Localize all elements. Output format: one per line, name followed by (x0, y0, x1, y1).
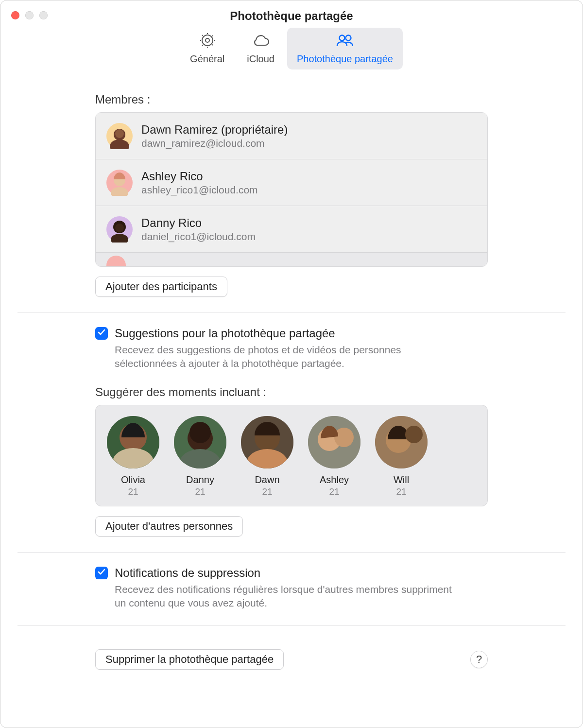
checkmark-icon (97, 328, 106, 339)
person-card[interactable]: Danny 21 (173, 416, 227, 497)
divider (17, 312, 566, 313)
svg-point-2 (339, 35, 344, 41)
member-email: ashley_rico1@icloud.com (141, 184, 258, 196)
suggestions-checkbox[interactable] (95, 327, 108, 340)
member-name: Ashley Rico (141, 170, 258, 183)
avatar (106, 256, 126, 267)
member-email: dawn_ramirez@icloud.com (141, 138, 288, 149)
window-controls (11, 11, 48, 19)
person-name: Dawn (255, 474, 279, 485)
footer: Supprimer la photothèque partagée ? (95, 640, 488, 670)
suggested-people-box: Olivia 21 Danny 21 Dawn 21 (95, 405, 488, 506)
cloud-icon (250, 32, 272, 52)
preferences-window: Photothèque partagée Général iCloud (0, 0, 583, 728)
tab-general[interactable]: Général (180, 28, 234, 69)
svg-point-0 (202, 35, 213, 46)
close-window-button[interactable] (11, 11, 19, 19)
member-email: daniel_rico1@icloud.com (141, 231, 256, 243)
person-name: Ashley (320, 474, 349, 485)
person-count: 21 (195, 486, 205, 497)
window-title: Photothèque partagée (0, 0, 583, 23)
person-name: Danny (186, 474, 214, 485)
add-people-button[interactable]: Ajouter d'autres personnes (95, 516, 243, 537)
member-info: Ashley Rico ashley_rico1@icloud.com (141, 170, 258, 196)
suggestions-group: Suggestions pour la photothèque partagée… (95, 327, 488, 371)
person-photo (241, 416, 293, 468)
member-name: Danny Rico (141, 216, 256, 230)
members-label: Membres : (95, 93, 488, 106)
person-name: Olivia (121, 474, 145, 485)
member-row[interactable]: Ashley Rico ashley_rico1@icloud.com (96, 159, 487, 206)
tab-label: Photothèque partagée (297, 53, 393, 65)
suggestions-checkbox-label: Suggestions pour la photothèque partagée (115, 327, 335, 340)
people-icon (334, 32, 356, 52)
person-card[interactable]: Dawn 21 (240, 416, 294, 497)
member-row-partial[interactable] (96, 253, 487, 267)
person-card[interactable]: Will 21 (375, 416, 428, 497)
tab-label: Général (190, 53, 224, 65)
tab-shared-library[interactable]: Photothèque partagée (287, 28, 403, 69)
tab-bar: Général iCloud Photothèque partagée (0, 28, 583, 69)
deletion-description: Recevez des notifications régulières lor… (115, 583, 464, 610)
add-participants-button[interactable]: Ajouter des participants (95, 277, 227, 297)
svg-point-1 (206, 38, 209, 42)
deletion-checkbox-label: Notifications de suppression (115, 566, 260, 580)
checkmark-icon (97, 568, 106, 578)
svg-point-28 (334, 428, 354, 447)
avatar (106, 170, 133, 196)
member-info: Danny Rico daniel_rico1@icloud.com (141, 216, 256, 243)
content-area: Membres : Dawn Ramirez (propriétaire) da… (0, 78, 583, 728)
divider (17, 625, 566, 626)
person-count: 21 (396, 486, 406, 497)
person-photo (174, 416, 226, 468)
help-icon: ? (476, 653, 482, 666)
person-card[interactable]: Ashley 21 (308, 416, 361, 497)
tab-icloud[interactable]: iCloud (237, 28, 284, 69)
person-photo (375, 416, 428, 468)
person-count: 21 (329, 486, 339, 497)
svg-point-7 (115, 129, 124, 138)
svg-point-31 (405, 426, 423, 443)
avatar (106, 216, 133, 243)
moments-label: Suggérer des moments incluant : (95, 385, 488, 399)
avatar (106, 123, 133, 149)
divider (17, 552, 566, 553)
person-count: 21 (262, 486, 272, 497)
deletion-group: Notifications de suppression Recevez des… (95, 566, 488, 610)
titlebar: Photothèque partagée Général iCloud (0, 0, 583, 78)
svg-point-15 (106, 256, 126, 267)
person-count: 21 (128, 486, 138, 497)
person-card[interactable]: Olivia 21 (106, 416, 160, 497)
member-row[interactable]: Dawn Ramirez (propriétaire) dawn_ramirez… (96, 113, 487, 159)
help-button[interactable]: ? (470, 651, 488, 668)
suggestions-description: Recevez des suggestions de photos et de … (115, 343, 464, 371)
member-info: Dawn Ramirez (propriétaire) dawn_ramirez… (141, 123, 288, 149)
maximize-window-button[interactable] (39, 11, 48, 19)
members-list[interactable]: Dawn Ramirez (propriétaire) dawn_ramirez… (95, 112, 488, 267)
person-name: Will (394, 474, 409, 485)
svg-point-21 (189, 422, 211, 443)
member-row[interactable]: Danny Rico daniel_rico1@icloud.com (96, 206, 487, 253)
tab-label: iCloud (247, 53, 274, 65)
minimize-window-button[interactable] (25, 11, 34, 19)
svg-point-3 (345, 35, 351, 41)
gear-icon (197, 32, 218, 52)
delete-library-button[interactable]: Supprimer la photothèque partagée (95, 649, 284, 670)
member-name: Dawn Ramirez (propriétaire) (141, 123, 288, 137)
person-photo (107, 416, 159, 468)
svg-point-13 (115, 224, 124, 232)
person-photo (308, 416, 360, 468)
deletion-checkbox[interactable] (95, 567, 108, 579)
